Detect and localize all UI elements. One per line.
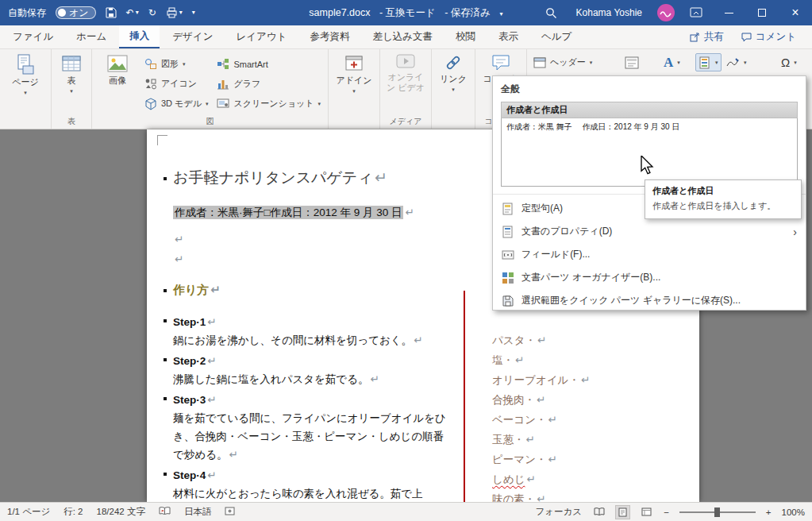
print-layout-button[interactable] (616, 506, 629, 519)
line-indicator[interactable]: 行: 2 (63, 506, 83, 518)
steps-list[interactable]: Step·1↵ 鍋にお湯を沸かし、その間に材料を切っておく。↵ Step·2↵ … (173, 313, 454, 503)
para-mark: ↵ (537, 394, 545, 406)
text-box-button[interactable] (625, 53, 639, 71)
share-button[interactable]: 共有 (683, 28, 730, 46)
online-video-icon (396, 54, 415, 70)
language-indicator[interactable]: 日本語 (184, 506, 212, 518)
table-button[interactable]: 表 ▾ (56, 51, 87, 115)
menu-item-field[interactable]: フィールド(F)... (493, 243, 806, 266)
symbol-button[interactable]: Ω ▾ (781, 53, 797, 71)
account-button[interactable] (652, 0, 680, 25)
printer-icon (166, 7, 178, 18)
group-label-table: 表 (56, 115, 87, 129)
tab-home[interactable]: ホーム (66, 25, 117, 48)
tab-mailings[interactable]: 差し込み文書 (362, 25, 443, 48)
smartart-button[interactable]: SmartArt (214, 55, 324, 73)
outline-marker-icon (164, 319, 167, 322)
save-button[interactable] (106, 7, 117, 18)
para-mark: ↵ (526, 473, 535, 485)
tab-references[interactable]: 参考資料 (299, 25, 360, 48)
tab-help[interactable]: ヘルプ (531, 25, 582, 48)
tab-view[interactable]: 表示 (488, 25, 529, 48)
comments-button[interactable]: コメント (735, 28, 802, 46)
group-label-media: メディア (384, 115, 427, 129)
page-indicator[interactable]: 1/1 ページ (7, 506, 50, 518)
close-button[interactable]: × (779, 0, 812, 25)
doc-mode-text: - 互換モード (379, 7, 436, 18)
zoom-slider-thumb[interactable] (714, 507, 720, 517)
zoom-slider[interactable] (679, 511, 756, 513)
online-video-label: オンライン ビデオ (384, 72, 427, 93)
focus-mode-button[interactable]: フォーカス (536, 506, 583, 518)
chevron-down-icon: ▾ (715, 60, 718, 66)
user-name[interactable]: Kohama Yoshie (567, 0, 652, 25)
chart-button[interactable]: グラフ (214, 75, 324, 93)
customize-quick-access-button[interactable]: ▾ (192, 10, 195, 16)
para-mark: ↵ (175, 253, 183, 265)
autosave-toggle[interactable]: オン (56, 6, 96, 19)
para-mark: ↵ (207, 394, 216, 406)
maximize-button[interactable] (745, 0, 779, 25)
quick-parts-button[interactable]: ▾ (695, 53, 722, 71)
minimize-button[interactable] (712, 0, 745, 25)
undo-button[interactable]: ↶ ▾ (126, 7, 139, 18)
outline-marker-icon (164, 358, 167, 361)
howto-heading[interactable]: 作り方↵ (173, 283, 221, 298)
screenshot-button[interactable]: スクリーンショット ▾ (214, 95, 324, 113)
step-label: Step·3 (173, 394, 206, 406)
addins-label: アドイン (336, 75, 371, 86)
tab-insert[interactable]: 挿入 (119, 25, 160, 48)
wordart-button[interactable]: A ▾ (664, 53, 680, 71)
menu-item-document-properties[interactable]: 文書のプロパティ(D) › (493, 220, 806, 243)
shapes-button[interactable]: 図形 ▾ (141, 55, 211, 73)
pages-icon (16, 54, 35, 75)
minimize-icon (725, 13, 733, 14)
chevron-down-icon: ▾ (206, 101, 209, 107)
proofing-status-button[interactable] (159, 506, 171, 518)
search-button[interactable] (536, 0, 567, 25)
zoom-level[interactable]: 100% (782, 507, 805, 517)
links-button[interactable]: リンク ▾ (436, 51, 471, 115)
macro-record-button[interactable] (225, 507, 235, 517)
step-text: 沸騰した鍋に塩を入れパスタを茹でる。 (173, 373, 368, 385)
author-date-line[interactable]: 作成者：米黒·舞子□作成日：2012 年 9 月 30 日↵ (173, 206, 414, 220)
menu-item-building-blocks-organizer[interactable]: 文書パーツ オーガナイザー(B)... (493, 266, 806, 289)
pages-button[interactable]: ページ ▾ (4, 51, 47, 115)
para-mark: ↵ (207, 316, 216, 328)
char-count[interactable]: 18/242 文字 (97, 506, 145, 518)
group-label-addins (333, 115, 375, 129)
ribbon-display-options-button[interactable] (680, 0, 712, 25)
tab-file[interactable]: ファイル (2, 25, 63, 48)
icons-button[interactable]: アイコン (141, 75, 211, 93)
macro-record-icon (225, 507, 235, 515)
empty-paragraph[interactable]: ↵ (173, 233, 183, 245)
3d-models-button[interactable]: 3D モデル ▾ (141, 95, 211, 113)
picture-button[interactable]: 画像 (96, 51, 139, 115)
tab-review[interactable]: 校閲 (445, 25, 486, 48)
zoom-in-button[interactable]: + (766, 507, 772, 517)
group-links: リンク ▾ (432, 49, 475, 129)
step-text: 材料に火がとおったら味の素を入れ混ぜる。茹で上 (173, 488, 423, 500)
signature-line-button[interactable]: ▾ (725, 53, 747, 71)
print-button[interactable]: ▾ (166, 7, 183, 18)
chevron-down-icon: ▾ (70, 88, 73, 95)
doc-heading-title[interactable]: お手軽ナポリタンスパゲティ↵ (173, 168, 387, 188)
web-layout-button[interactable] (640, 506, 653, 519)
menu-item-save-selection-to-gallery[interactable]: 選択範囲をクイック パーツ ギャラリーに保存(S)... (493, 289, 806, 312)
wordart-icon: A (664, 55, 673, 71)
header-icon (533, 57, 546, 68)
avatar (656, 3, 675, 22)
tab-layout[interactable]: レイアウト (225, 25, 297, 48)
autosave-label: 自動保存 (8, 6, 46, 20)
step-block: Step·1↵ 鍋にお湯を沸かし、その間に材料を切っておく。↵ (173, 313, 454, 349)
mouse-cursor-icon (640, 156, 656, 175)
tab-design[interactable]: デザイン (162, 25, 223, 48)
redo-button[interactable]: ↻ (148, 7, 156, 18)
zoom-out-button[interactable]: − (664, 507, 669, 517)
read-mode-button[interactable] (592, 506, 606, 519)
header-button[interactable]: ヘッダー ▾ (533, 53, 592, 71)
ingredients-list[interactable]: パスタ・↵ 塩・↵ オリーブオイル・↵ 合挽肉・↵ ベーコン・↵ 玉葱・↵ ピー… (492, 330, 590, 509)
status-bar: 1/1 ページ 行: 2 18/242 文字 日本語 フォーカス − + 100… (0, 502, 812, 521)
addins-button[interactable]: アドイン ▾ (333, 51, 375, 115)
empty-paragraph[interactable]: ↵ (173, 253, 183, 265)
